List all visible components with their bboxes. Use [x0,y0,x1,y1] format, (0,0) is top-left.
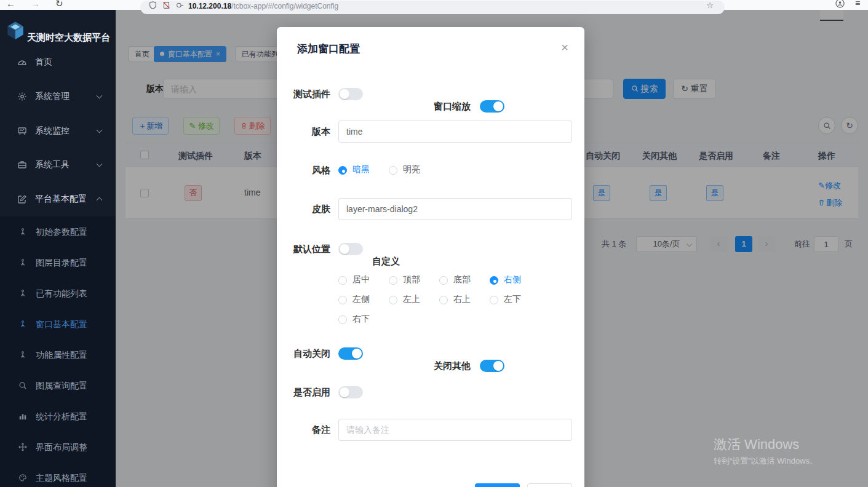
plugin-icon [18,320,27,328]
sidebar-subitem-layer-catalog[interactable]: 图层目录配置 [0,256,116,270]
profile-icon[interactable] [835,0,845,8]
radio-label: 左下 [504,294,521,305]
dialog-title: 添加窗口配置 [297,42,360,56]
sidebar-subitem-init-params[interactable]: 初始参数配置 [0,226,116,239]
plugin-icon [18,258,27,267]
add-window-config-dialog: 添加窗口配置 × 测试插件 窗口缩放 版本 风格 暗黑 明亮 皮肤 默认位置 自… [277,27,584,487]
sidebar-item-label: 系统监控 [35,125,70,137]
radio-label: 明亮 [403,164,420,175]
window-zoom-label: 窗口缩放 [417,100,471,113]
radio-icon [439,276,448,285]
position-grid-row-1: 居中 顶部 底部 右侧 [277,274,584,287]
row-version: 版本 [277,121,584,143]
radio-style-dark[interactable]: 暗黑 [338,164,381,177]
test-plugin-toggle[interactable] [338,88,363,100]
test-plugin-label: 测试插件 [277,87,330,101]
sidebar-subitem-attr-query[interactable]: 图属查询配置 [0,379,116,393]
theme-icon [18,473,27,482]
address-bar[interactable]: 10.12.200.18/tcbox-app/#/config/widgetCo… [140,1,725,14]
sidebar-subitem-layout-adjust[interactable]: 界面布局调整 [0,441,116,454]
radio-label: 左侧 [352,294,370,305]
sidebar-subitem-label: 主题风格配置 [36,473,87,484]
auto-close-toggle[interactable] [338,347,363,360]
plugin-icon [18,228,27,236]
sidebar-subitem-label: 界面布局调整 [36,442,87,453]
chevron-down-icon [97,161,103,167]
insecure-page-icon[interactable] [162,1,170,9]
tracking-prevention-icon[interactable] [149,1,157,9]
watermark-line2: 转到“设置”以激活 Windows。 [714,456,818,467]
version-input-wrap [338,121,572,143]
radio-icon [490,276,498,285]
plugin-icon [18,350,27,359]
browser-forward-icon[interactable]: → [31,0,40,9]
monitor-icon [17,126,27,136]
radio-pos-top-right[interactable]: 右上 [439,293,485,307]
sidebar-subitem-label: 窗口基本配置 [36,319,87,330]
radio-icon [338,296,347,304]
radio-label: 顶部 [403,274,420,285]
default-position-label: 默认位置 [277,242,330,256]
sidebar-item-system-monitor[interactable]: 系统监控 [0,124,116,138]
enabled-toggle[interactable] [338,386,363,398]
confirm-button[interactable] [475,483,520,487]
version-input[interactable] [338,121,572,143]
sidebar-item-label: 平台基本配置 [35,194,87,205]
sidebar-item-platform-config[interactable]: 平台基本配置 [0,192,116,206]
radio-pos-center[interactable]: 居中 [338,274,384,287]
browser-back-icon[interactable]: ← [6,0,15,9]
radio-pos-left[interactable]: 左侧 [338,293,384,307]
auto-close-label: 自动关闭 [277,347,330,360]
radio-pos-bottom-left[interactable]: 左下 [490,293,536,307]
default-position-toggle[interactable] [338,243,363,255]
sidebar-subitem-label: 图层目录配置 [36,258,87,269]
sidebar-item-system-tools[interactable]: 系统工具 [0,158,116,172]
radio-icon [439,296,448,304]
radio-icon [490,296,498,304]
radio-icon [338,166,347,175]
radio-label: 右上 [453,294,471,305]
radio-icon [389,296,397,304]
radio-label: 底部 [453,274,471,285]
radio-pos-top-left[interactable]: 左上 [389,293,435,307]
radio-label: 暗黑 [352,164,370,175]
row-enabled: 是否启用 [277,386,584,399]
sidebar-subitem-theme-config[interactable]: 主题风格配置 [0,472,116,485]
sidebar-item-home[interactable]: 首页 [0,55,116,69]
app-title: 天测时空大数据平台 [27,32,110,44]
radio-icon [389,166,397,175]
sidebar-item-system-mgmt[interactable]: 系统管理 [0,90,116,103]
dashboard-icon [17,57,27,67]
version-label: 版本 [277,121,330,143]
remark-input[interactable] [338,419,572,441]
dialog-close-icon[interactable]: × [561,41,568,55]
plugin-icon [18,289,27,298]
radio-style-light[interactable]: 明亮 [389,164,432,177]
url-text[interactable]: 10.12.200.18/tcbox-app/#/config/widgetCo… [188,2,338,10]
edit-square-icon [17,194,27,204]
site-info-icon[interactable] [176,1,184,9]
radio-pos-top[interactable]: 顶部 [389,274,435,287]
radio-pos-right[interactable]: 右侧 [490,274,536,287]
favorite-star-icon[interactable]: ☆ [706,1,714,10]
sidebar-subitem-stats-config[interactable]: 统计分析配置 [0,410,116,424]
sidebar-subitem-function-props[interactable]: 功能属性配置 [0,349,116,362]
close-others-toggle[interactable] [480,360,504,372]
skin-input[interactable] [338,198,572,220]
row-test-plugin: 测试插件 窗口缩放 [277,87,584,101]
search-icon [18,381,27,390]
sidebar-subitem-existing-functions[interactable]: 已有功能列表 [0,287,116,301]
remark-label: 备注 [277,419,330,441]
browser-reload-icon[interactable]: ↻ [55,0,63,9]
window-zoom-toggle[interactable] [480,100,504,113]
sidebar-subitem-window-config[interactable]: 窗口基本配置 [0,318,116,331]
chevron-up-icon [97,197,103,204]
chevron-down-icon [97,93,103,99]
sidebar-item-label: 首页 [35,57,52,68]
browser-menu-icon[interactable]: ≡ [855,0,860,8]
cancel-button[interactable] [527,483,572,487]
radio-pos-bottom-right[interactable]: 右下 [338,313,384,327]
sidebar-subitem-label: 已有功能列表 [36,288,87,299]
radio-pos-bottom[interactable]: 底部 [439,274,485,287]
app-logo [5,20,26,41]
